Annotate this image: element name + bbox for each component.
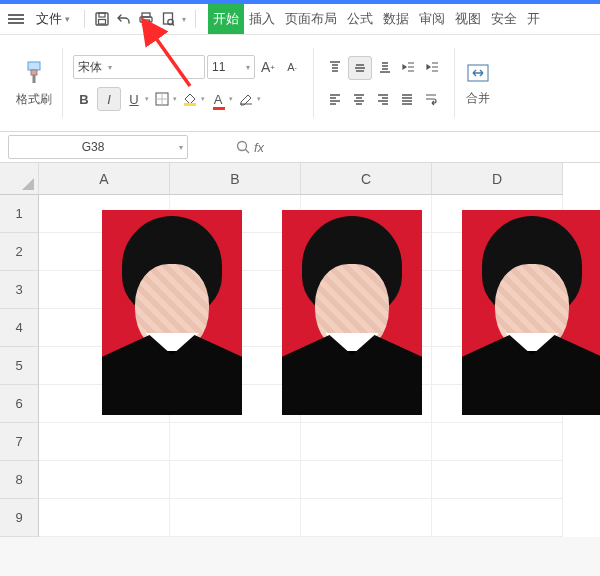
font-name-value: 宋体	[78, 59, 102, 76]
file-menu-label: 文件	[36, 10, 62, 28]
row-header[interactable]: 1	[0, 195, 39, 233]
separator	[84, 10, 85, 28]
row-header[interactable]: 9	[0, 499, 39, 537]
print-preview-icon[interactable]	[157, 8, 179, 30]
file-menu[interactable]: 文件 ▾	[28, 4, 78, 34]
chevron-down-icon: ▾	[65, 14, 70, 24]
cell[interactable]	[170, 461, 301, 499]
spreadsheet-grid: A B C D 1 2 3 4 5 6 7 8 9	[0, 163, 600, 537]
align-center-button[interactable]	[348, 88, 370, 110]
formula-input[interactable]	[268, 136, 600, 158]
chevron-down-icon: ▾	[246, 63, 250, 72]
group-font: 宋体▾ 11▾ A+ A- B I U▾ ▾ ▾ A	[63, 37, 313, 129]
cell[interactable]	[301, 499, 432, 537]
cell[interactable]	[432, 461, 563, 499]
row-header[interactable]: 2	[0, 233, 39, 271]
chevron-down-icon[interactable]: ▾	[173, 95, 177, 103]
column-headers: A B C D	[0, 163, 600, 195]
name-box[interactable]: G38 ▾	[8, 135, 188, 159]
row-header[interactable]: 5	[0, 347, 39, 385]
font-color-button[interactable]: A	[207, 88, 229, 110]
underline-button[interactable]: U	[123, 88, 145, 110]
align-middle-button[interactable]	[348, 56, 372, 80]
group-align	[314, 37, 454, 129]
format-painter-button[interactable]: 格式刷	[16, 59, 52, 108]
cell[interactable]	[301, 423, 432, 461]
decrease-indent-button[interactable]	[398, 56, 420, 78]
cell[interactable]	[39, 461, 170, 499]
tab-view[interactable]: 视图	[450, 4, 486, 34]
grid-body: 1 2 3 4 5 6 7 8 9	[0, 195, 600, 537]
cell[interactable]	[170, 499, 301, 537]
chevron-down-icon[interactable]: ▾	[257, 95, 261, 103]
col-header[interactable]: B	[170, 163, 301, 195]
select-all-corner[interactable]	[0, 163, 39, 195]
embedded-image[interactable]	[282, 210, 422, 415]
tab-page-layout[interactable]: 页面布局	[280, 4, 342, 34]
italic-button[interactable]: I	[97, 87, 121, 111]
ribbon-tabs: 开始 插入 页面布局 公式 数据 审阅 视图 安全 开	[208, 4, 545, 34]
increase-font-button[interactable]: A+	[257, 56, 279, 78]
group-merge: 合并	[455, 37, 501, 129]
tab-review[interactable]: 审阅	[414, 4, 450, 34]
font-size-value: 11	[212, 60, 225, 74]
increase-indent-button[interactable]	[422, 56, 444, 78]
merge-cells-label: 合并	[466, 90, 490, 107]
chevron-down-icon: ▾	[108, 63, 112, 72]
cell[interactable]	[432, 499, 563, 537]
tab-dev-partial[interactable]: 开	[522, 4, 545, 34]
clear-format-button[interactable]	[235, 88, 257, 110]
wrap-text-button[interactable]	[420, 88, 442, 110]
svg-rect-12	[184, 103, 196, 106]
col-header[interactable]: D	[432, 163, 563, 195]
row-header[interactable]: 4	[0, 309, 39, 347]
bold-button[interactable]: B	[73, 88, 95, 110]
align-left-button[interactable]	[324, 88, 346, 110]
cell[interactable]	[39, 423, 170, 461]
tab-home[interactable]: 开始	[208, 4, 244, 34]
justify-button[interactable]	[396, 88, 418, 110]
group-clipboard: 格式刷	[6, 37, 62, 129]
borders-button[interactable]	[151, 88, 173, 110]
chevron-down-icon[interactable]: ▾	[201, 95, 205, 103]
tab-insert[interactable]: 插入	[244, 4, 280, 34]
menu-icon[interactable]	[8, 14, 24, 24]
formula-bar: G38 ▾ fx	[0, 132, 600, 163]
cell[interactable]	[301, 461, 432, 499]
quick-access-dropdown[interactable]: ▾	[182, 15, 186, 24]
fx-icon[interactable]: fx	[236, 140, 264, 155]
undo-icon[interactable]	[113, 8, 135, 30]
save-icon[interactable]	[91, 8, 113, 30]
tab-data[interactable]: 数据	[378, 4, 414, 34]
format-painter-label: 格式刷	[16, 91, 52, 108]
chevron-down-icon[interactable]: ▾	[145, 95, 149, 103]
separator	[195, 10, 196, 28]
align-top-button[interactable]	[324, 56, 346, 78]
row-header[interactable]: 7	[0, 423, 39, 461]
cell[interactable]	[170, 423, 301, 461]
row-header[interactable]: 3	[0, 271, 39, 309]
align-bottom-button[interactable]	[374, 56, 396, 78]
row-header[interactable]: 8	[0, 461, 39, 499]
row-header[interactable]: 6	[0, 385, 39, 423]
embedded-image[interactable]	[102, 210, 242, 415]
merge-cells-button[interactable]: 合并	[465, 60, 491, 107]
svg-rect-9	[31, 70, 37, 75]
font-name-combo[interactable]: 宋体▾	[73, 55, 205, 79]
col-header[interactable]: C	[301, 163, 432, 195]
chevron-down-icon[interactable]: ▾	[229, 95, 233, 103]
chevron-down-icon: ▾	[179, 143, 183, 152]
print-icon[interactable]	[135, 8, 157, 30]
cell[interactable]	[432, 423, 563, 461]
font-size-combo[interactable]: 11▾	[207, 55, 255, 79]
tab-security[interactable]: 安全	[486, 4, 522, 34]
embedded-image[interactable]	[462, 210, 600, 415]
svg-rect-2	[99, 20, 106, 25]
cell[interactable]	[39, 499, 170, 537]
name-box-value: G38	[13, 140, 173, 154]
decrease-font-button[interactable]: A-	[281, 56, 303, 78]
align-right-button[interactable]	[372, 88, 394, 110]
col-header[interactable]: A	[39, 163, 170, 195]
tab-formulas[interactable]: 公式	[342, 4, 378, 34]
fill-color-button[interactable]	[179, 88, 201, 110]
